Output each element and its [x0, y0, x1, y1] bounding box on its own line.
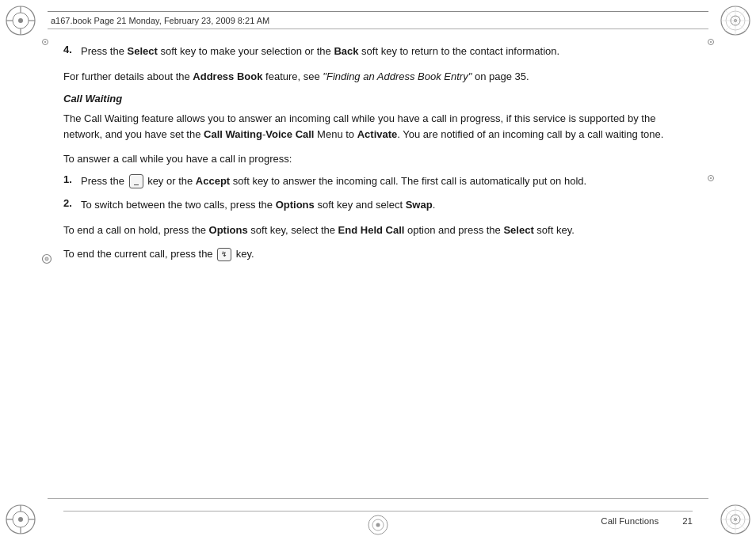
end-key-icon: ↯	[217, 248, 231, 261]
left-tick-top	[41, 36, 49, 44]
step-2-number: 2.	[63, 197, 81, 209]
para-end-current-call: To end the current call, press the ↯ key…	[63, 246, 693, 262]
svg-point-41	[710, 177, 712, 179]
step-2-block: 2. To switch between the two calls, pres…	[63, 197, 693, 213]
send-key-icon: ⎯	[129, 174, 143, 188]
corner-bl-deco	[3, 502, 38, 537]
step-1-number: 1.	[63, 173, 81, 185]
content-area: 4. Press the Select soft key to make you…	[63, 44, 693, 492]
para-address-book: For further details about the Address Bo…	[63, 69, 693, 85]
step-1-block: 1. Press the ⎯ key or the Accept soft ke…	[63, 173, 693, 189]
svg-point-2	[18, 18, 23, 23]
bottom-rule	[48, 498, 708, 499]
step-4-number: 4.	[63, 44, 81, 55]
left-tick-mid	[41, 253, 52, 264]
step-4-block: 4. Press the Select soft key to make you…	[63, 44, 693, 59]
top-rule	[48, 29, 708, 29]
footer-page-num: 21	[682, 516, 693, 526]
step-4-text: Press the Select soft key to make your s…	[81, 44, 693, 59]
right-tick-mid	[707, 173, 715, 181]
corner-tr-deco	[718, 3, 753, 38]
step-1-text: Press the ⎯ key or the Accept soft key t…	[81, 173, 693, 189]
footer: Call Functions 21	[63, 511, 693, 526]
svg-point-39	[710, 41, 712, 43]
footer-section-label: Call Functions	[601, 516, 659, 526]
para-end-held-call: To end a call on hold, press the Options…	[63, 222, 693, 238]
header-text: a167.book Page 21 Monday, February 23, 2…	[48, 16, 269, 25]
para-call-waiting-desc: The Call Waiting feature allows you to a…	[63, 111, 693, 143]
section-title-call-waiting: Call Waiting	[63, 93, 693, 105]
corner-br-deco	[718, 502, 753, 537]
page: a167.book Page 21 Monday, February 23, 2…	[0, 0, 756, 540]
corner-tl-deco	[3, 3, 38, 38]
step-2-text: To switch between the two calls, press t…	[81, 197, 693, 213]
svg-point-34	[44, 41, 46, 43]
para-to-answer-intro: To answer a call while you have a call i…	[63, 151, 693, 167]
header-bar: a167.book Page 21 Monday, February 23, 2…	[48, 11, 708, 29]
svg-point-17	[18, 517, 23, 522]
right-tick-top	[707, 36, 715, 44]
svg-point-37	[46, 258, 48, 260]
